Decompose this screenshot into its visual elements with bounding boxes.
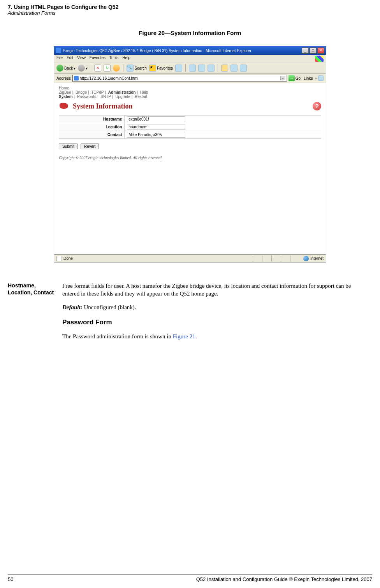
figure-caption: Figure 20—System Information Form <box>0 30 380 36</box>
page-title: System Information <box>73 102 133 110</box>
section-heading: Password Form <box>62 318 361 327</box>
window-titlebar: Exegin Technologies Q52 ZigBee / 802.15.… <box>54 46 326 55</box>
internet-zone-icon <box>303 256 309 261</box>
page-status-icon <box>56 256 62 261</box>
nav-sntp-link[interactable]: SNTP <box>100 94 111 99</box>
breadcrumb-nav: Home ZigBee| Bridge| TCP/IP| Administrat… <box>54 84 326 100</box>
status-cell <box>271 256 281 262</box>
menu-edit[interactable]: Edit <box>67 56 73 62</box>
links-chevron-icon[interactable]: » <box>314 76 317 80</box>
menu-file[interactable]: File <box>56 56 63 62</box>
contact-input[interactable] <box>127 132 185 138</box>
nav-bridge-link[interactable]: Bridge <box>76 90 87 94</box>
table-row: Location <box>59 123 321 131</box>
print-button[interactable] <box>198 65 205 72</box>
star-icon: ★ <box>149 65 156 72</box>
table-row: Contact <box>59 131 321 139</box>
location-label: Location <box>59 123 125 131</box>
nav-home-link[interactable]: Home <box>59 86 321 90</box>
toolbar-divider <box>123 64 123 72</box>
messenger-button[interactable] <box>240 65 247 72</box>
paragraph-password-form: The Password administration form is show… <box>62 332 361 340</box>
help-icon[interactable]: ? <box>313 102 321 110</box>
menu-favorites[interactable]: Favorites <box>90 56 106 62</box>
menu-view[interactable]: View <box>77 56 86 62</box>
nav-zigbee-link[interactable]: ZigBee <box>59 90 71 94</box>
history-button[interactable] <box>175 65 182 72</box>
toolbar-divider <box>185 64 186 72</box>
status-text: Done <box>63 256 73 261</box>
folder-button[interactable] <box>221 65 228 72</box>
chapter-title: 7. Using HTML Pages to Configure the Q52 <box>8 4 372 10</box>
menu-tools[interactable]: Tools <box>109 56 118 62</box>
paragraph-hostname: Free format fields for user. A host name… <box>62 282 361 298</box>
links-extra-icon[interactable] <box>318 75 324 81</box>
forward-button[interactable]: ▾ <box>78 65 88 72</box>
footer-text: Q52 Installation and Configuration Guide… <box>196 576 372 582</box>
home-button[interactable] <box>113 65 120 72</box>
ie-page-icon <box>74 76 79 80</box>
address-label: Address <box>56 76 71 80</box>
nav-system-link[interactable]: System <box>59 94 73 99</box>
default-value: Unconfigured (blank). <box>83 304 136 310</box>
revert-button[interactable]: Revert <box>81 144 99 149</box>
default-label: Default: <box>62 304 83 310</box>
table-row: Hostname <box>59 116 321 123</box>
paragraph-default: Default: Unconfigured (blank). <box>62 303 361 311</box>
location-input[interactable] <box>127 124 185 130</box>
status-cell <box>262 256 271 262</box>
nav-passwords-link[interactable]: Passwords <box>77 94 96 99</box>
discuss-button[interactable] <box>230 65 238 72</box>
search-icon: 🔍 <box>127 65 134 72</box>
page-footer: 50 Q52 Installation and Configuration Gu… <box>8 574 372 582</box>
hostname-input[interactable] <box>127 116 185 122</box>
links-label[interactable]: Links <box>304 76 313 80</box>
menu-help[interactable]: Help <box>122 56 130 62</box>
browser-window: Exegin Technologies Q52 ZigBee / 802.15.… <box>54 46 326 262</box>
nav-help-link[interactable]: Help <box>140 90 148 94</box>
nav-administration-link[interactable]: Administration <box>108 90 136 94</box>
figure-reference-link[interactable]: Figure 21 <box>173 333 195 340</box>
zone-text: Internet <box>310 256 324 261</box>
stop-button[interactable]: ✕ <box>94 65 101 72</box>
statusbar: Done Internet <box>54 254 326 262</box>
mail-button[interactable] <box>189 65 196 72</box>
ie-icon <box>56 48 61 53</box>
window-title: Exegin Technologies Q52 ZigBee / 802.15.… <box>63 49 252 53</box>
status-cell <box>253 256 262 262</box>
status-cell <box>281 256 290 262</box>
page-number: 50 <box>8 576 13 582</box>
address-input[interactable] <box>80 76 280 80</box>
section-subtitle: Administration Forms <box>8 10 372 16</box>
go-button[interactable]: → Go <box>289 75 301 81</box>
minimize-button[interactable]: _ <box>302 47 309 54</box>
screenshot-figure: Exegin Technologies Q52 ZigBee / 802.15.… <box>0 46 380 262</box>
margin-label: Hostname, Location, Contact <box>8 282 55 346</box>
nav-upgrade-link[interactable]: Upgrade <box>115 94 130 99</box>
system-info-form: Hostname Location Contact <box>59 115 321 139</box>
maximize-button[interactable]: □ <box>310 47 317 54</box>
submit-button[interactable]: Submit <box>59 144 78 149</box>
toolbar: Back ▾ ▾ ✕ ↻ 🔍 Search ★ Favorites <box>54 63 326 74</box>
nav-restart-link[interactable]: Restart <box>135 94 147 99</box>
forward-icon <box>78 65 85 72</box>
page-content: Home ZigBee| Bridge| TCP/IP| Administrat… <box>54 83 326 254</box>
copyright-text: Copyright © 2007 exegin technologies lim… <box>54 152 326 164</box>
favorites-button[interactable]: ★ Favorites <box>149 65 173 72</box>
search-button[interactable]: 🔍 Search <box>127 65 147 72</box>
address-dropdown[interactable]: ⌄ <box>280 76 285 80</box>
close-button[interactable]: ✕ <box>317 47 324 54</box>
addressbar: Address ⌄ → Go Links » <box>54 74 326 83</box>
toolbar-divider <box>218 64 218 72</box>
toolbar-divider <box>91 64 91 72</box>
edit-button[interactable] <box>208 65 215 72</box>
back-button[interactable]: Back ▾ <box>56 65 76 72</box>
menubar: File Edit View Favorites Tools Help <box>54 55 326 63</box>
go-icon: → <box>289 75 295 81</box>
nav-tcpip-link[interactable]: TCP/IP <box>91 90 104 94</box>
refresh-button[interactable]: ↻ <box>104 65 111 72</box>
back-icon <box>56 65 63 72</box>
contact-label: Contact <box>59 131 125 139</box>
exegin-logo-icon <box>59 102 70 110</box>
hostname-label: Hostname <box>59 116 125 123</box>
